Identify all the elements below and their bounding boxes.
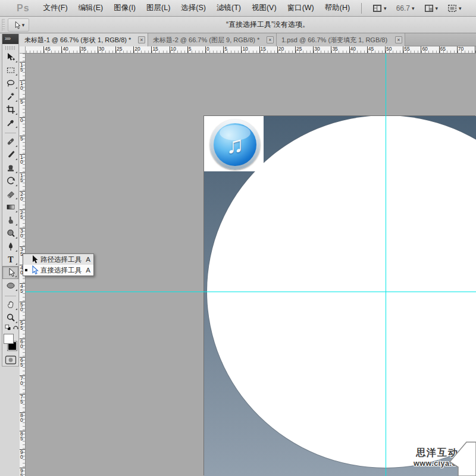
pen-tool[interactable] xyxy=(2,240,18,253)
ruler-label: 55 xyxy=(20,321,24,330)
launch-bridge-button[interactable]: ▾ xyxy=(372,4,387,13)
itunes-music-note-icon: ♫ xyxy=(210,120,260,170)
ruler-label: 5 xyxy=(189,46,192,52)
document-tab-0[interactable]: 未标题-1 @ 66.7% (形状 1, RGB/8) *× xyxy=(20,33,148,46)
arrange-documents-icon xyxy=(424,4,434,13)
gradient-tool[interactable] xyxy=(2,201,18,214)
ruler-major-tick xyxy=(259,46,260,53)
flyout-item-0[interactable]: 路径选择工具A xyxy=(23,254,93,265)
ruler-label: 25 xyxy=(296,46,302,52)
hand-tool-icon xyxy=(6,300,15,309)
vertical-guide[interactable] xyxy=(386,54,386,476)
dodge-tool[interactable] xyxy=(2,227,18,240)
ruler-label: 25 xyxy=(20,211,24,220)
current-tool-bullet xyxy=(25,269,27,271)
menu-item-7[interactable]: 窗口(W) xyxy=(282,0,320,16)
smudge-tool[interactable] xyxy=(2,214,18,227)
horizontal-ruler[interactable]: 4540353025201510505101520253035404550556… xyxy=(26,46,476,54)
tool-group-separator xyxy=(5,129,16,133)
zoom-level-control[interactable]: 66.7 ▾ xyxy=(396,4,415,12)
ruler-label: 70 xyxy=(458,46,464,52)
tab-close-icon[interactable]: × xyxy=(395,36,402,43)
clone-stamp-tool[interactable] xyxy=(2,161,18,174)
ruler-major-tick xyxy=(205,46,206,53)
eyedropper-tool-icon xyxy=(6,118,15,127)
tab-close-icon[interactable]: × xyxy=(138,36,145,43)
active-tool-preset[interactable]: ▾ xyxy=(8,18,29,32)
ellipse-shape-tool[interactable] xyxy=(2,279,18,292)
ruler-label: 5 xyxy=(20,137,24,142)
document-tab-2[interactable]: 1.psd @ 66.7% (渐变填充 1, RGB/8)× xyxy=(277,33,405,46)
menu-items: 文件(F)编辑(E)图像(I)图层(L)选择(S)滤镜(T)视图(V)窗口(W)… xyxy=(38,0,356,16)
ruler-label: 5 xyxy=(20,100,24,105)
tab-label: 未标题-2 @ 66.7% (图层 9, RGB/8) * xyxy=(153,36,265,45)
move-tool[interactable] xyxy=(2,51,18,64)
direct-selection-arrow-icon xyxy=(29,265,39,275)
lasso-tool[interactable] xyxy=(2,77,18,90)
menu-item-6[interactable]: 视图(V) xyxy=(246,0,282,16)
horizontal-guide[interactable] xyxy=(26,292,476,292)
menu-item-5[interactable]: 滤镜(T) xyxy=(211,0,246,16)
rectangular-marquee-tool[interactable] xyxy=(2,64,18,77)
type-tool[interactable]: T xyxy=(2,253,18,266)
quick-mask-button[interactable] xyxy=(2,354,18,366)
ruler-label: 65 xyxy=(20,358,24,367)
ruler-label: 45 xyxy=(20,284,24,293)
menu-item-1[interactable]: 编辑(E) xyxy=(73,0,109,16)
screen-mode-icon xyxy=(447,4,457,13)
ellipse-shape-tool-icon xyxy=(6,281,15,290)
menu-item-8[interactable]: 帮助(H) xyxy=(320,0,355,16)
menu-item-0[interactable]: 文件(F) xyxy=(38,0,73,16)
direct-selection-tool[interactable] xyxy=(2,266,18,279)
flyout-item-1[interactable]: 直接选择工具A xyxy=(23,265,93,275)
spot-healing-brush-tool[interactable] xyxy=(2,135,18,148)
swap-colors-button[interactable] xyxy=(12,323,20,334)
menu-item-4[interactable]: 选择(S) xyxy=(176,0,211,16)
chevron-down-icon: ▾ xyxy=(436,5,439,11)
default-colors-button[interactable] xyxy=(4,323,12,334)
foreground-color-swatch[interactable] xyxy=(4,334,14,344)
ruler-origin-corner[interactable] xyxy=(20,46,26,54)
svg-text:T: T xyxy=(8,255,14,264)
move-tool-icon xyxy=(6,52,15,62)
ruler-label: 40 xyxy=(350,46,356,52)
eraser-tool[interactable] xyxy=(2,187,18,201)
tools-list: T xyxy=(2,51,18,324)
flyout-item-label: 直接选择工具 xyxy=(40,266,84,275)
tool-flyout-menu: 路径选择工具A直接选择工具A xyxy=(23,253,94,276)
left-dock: »» T xyxy=(0,33,20,476)
quick-selection-tool[interactable] xyxy=(2,90,18,103)
flyout-item-shortcut: A xyxy=(86,256,90,263)
ruler-label: 15 xyxy=(20,63,24,72)
ruler-label: 0 xyxy=(20,118,24,123)
brush-tool[interactable] xyxy=(2,148,18,161)
ruler-label: 35 xyxy=(332,46,337,52)
eyedropper-tool[interactable] xyxy=(2,116,18,129)
menu-item-3[interactable]: 图层(L) xyxy=(141,0,176,16)
document-tab-bar: 未标题-1 @ 66.7% (形状 1, RGB/8) *×未标题-2 @ 66… xyxy=(20,33,476,46)
document-canvas[interactable]: ♫ 思洋互动 www.ciya.cn xyxy=(204,116,476,476)
tab-close-icon[interactable]: × xyxy=(267,36,274,43)
options-bar-grip[interactable] xyxy=(2,19,5,31)
ruler-major-tick xyxy=(133,46,134,53)
history-brush-tool[interactable] xyxy=(2,174,18,187)
zoom-tool[interactable] xyxy=(2,311,18,324)
collapse-panel-button[interactable]: »» xyxy=(2,34,18,44)
screen-mode-button[interactable]: ▾ xyxy=(447,4,462,13)
ruler-major-tick xyxy=(475,46,475,53)
menu-item-2[interactable]: 图像(I) xyxy=(108,0,141,16)
tools-panel-grip[interactable] xyxy=(5,45,15,50)
ruler-label: 10 xyxy=(242,46,248,52)
ruler-major-tick xyxy=(439,46,440,53)
document-tab-1[interactable]: 未标题-2 @ 66.7% (图层 9, RGB/8) *× xyxy=(148,33,277,46)
zoom-level-value: 66.7 xyxy=(396,4,410,12)
arrange-documents-button[interactable]: ▾ xyxy=(424,4,439,13)
crop-tool[interactable] xyxy=(2,103,18,116)
ruler-major-tick xyxy=(367,46,368,53)
double-arrow-icon: »» xyxy=(5,35,10,42)
ruler-label: 5 xyxy=(224,46,227,52)
rectangular-marquee-tool-icon xyxy=(6,65,15,75)
ruler-major-tick xyxy=(80,46,80,53)
chevron-down-icon: ▾ xyxy=(459,5,462,11)
hand-tool[interactable] xyxy=(2,298,18,311)
